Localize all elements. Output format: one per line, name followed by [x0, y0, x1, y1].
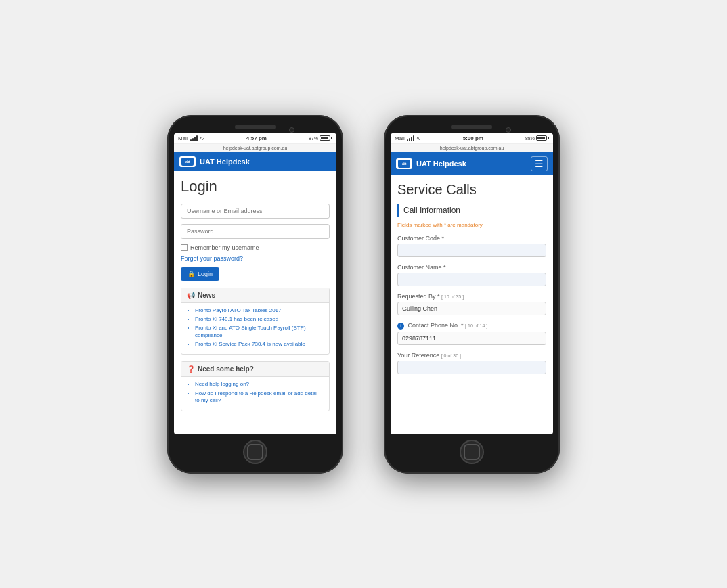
- service-calls-content: Service Calls Call Information Fields ma…: [391, 175, 553, 434]
- phone-right: Mail ∿ 5:00 pm 88% helpdesk-uat.abtgroup…: [384, 115, 560, 474]
- signal-icon-right: [407, 135, 414, 141]
- requested-by-input[interactable]: [397, 302, 546, 315]
- navbar-right: abt UAT Helpdesk ☰: [391, 152, 553, 175]
- phone-screen-right: Mail ∿ 5:00 pm 88% helpdesk-uat.abtgroup…: [391, 133, 553, 434]
- customer-code-label: Customer Code *: [397, 235, 546, 242]
- status-left-right: Mail ∿: [395, 135, 421, 141]
- list-item[interactable]: Pronto Payroll ATO Tax Tables 2017: [195, 307, 324, 314]
- info-icon: i: [397, 323, 404, 330]
- call-info-label-text: Call Information: [403, 206, 460, 215]
- wifi-icon-left: ∿: [200, 135, 204, 141]
- your-reference-group: Your Reference [ 0 of 30 ]: [397, 352, 546, 374]
- help-title: Need some help?: [198, 365, 254, 373]
- time-left: 4:57 pm: [246, 135, 267, 141]
- logo-right: abt: [396, 158, 412, 169]
- customer-name-input[interactable]: [397, 273, 546, 286]
- hamburger-menu-button[interactable]: ☰: [531, 156, 548, 171]
- contact-phone-input[interactable]: [397, 332, 546, 345]
- remember-checkbox[interactable]: [181, 244, 188, 251]
- help-header: ❓ Need some help?: [181, 362, 329, 377]
- battery-icon-left: [320, 135, 332, 141]
- requested-by-label: Requested By * [ 10 of 35 ]: [397, 293, 546, 300]
- lock-icon: 🔒: [188, 271, 195, 277]
- home-button-inner-left: [247, 444, 263, 460]
- list-item[interactable]: How do I respond to a Helpdesk email or …: [195, 390, 324, 405]
- phone-camera-right: [506, 127, 511, 133]
- customer-name-group: Customer Name *: [397, 264, 546, 286]
- battery-percent-left: 87%: [309, 136, 318, 141]
- call-info-label: Call Information: [397, 204, 546, 217]
- status-right-left: 87%: [309, 135, 332, 141]
- customer-code-input[interactable]: [397, 244, 546, 257]
- list-item[interactable]: Pronto Xi 740.1 has been released: [195, 316, 324, 323]
- nav-title-left: UAT Helpdesk: [200, 158, 250, 166]
- service-calls-title: Service Calls: [397, 182, 546, 198]
- remember-label: Remember my username: [190, 244, 259, 251]
- question-icon: ❓: [187, 365, 195, 373]
- battery-icon-right: [536, 135, 549, 141]
- your-reference-input[interactable]: [397, 361, 546, 374]
- username-input[interactable]: [181, 204, 330, 219]
- phone-camera-left: [289, 127, 294, 133]
- mandatory-note: Fields marked with * are mandatory.: [397, 222, 546, 228]
- home-button-left[interactable]: [243, 440, 267, 464]
- phone-left: Mail ∿ 4:57 pm 87% helpdesk-uat.abtgroup…: [167, 115, 343, 474]
- login-button[interactable]: 🔒 Login: [181, 267, 219, 281]
- customer-name-label: Customer Name *: [397, 264, 546, 271]
- forgot-password-link[interactable]: Forgot your password?: [181, 255, 330, 262]
- megaphone-icon: 📢: [187, 292, 195, 299]
- list-item[interactable]: Need help logging on?: [195, 381, 324, 388]
- news-title: News: [198, 292, 215, 299]
- login-btn-label: Login: [198, 271, 213, 277]
- news-list: Pronto Payroll ATO Tax Tables 2017 Pront…: [187, 307, 324, 348]
- help-body: Need help logging on? How do I respond t…: [181, 377, 329, 410]
- login-title: Login: [181, 178, 330, 196]
- mail-label-right: Mail: [395, 135, 405, 141]
- help-list: Need help logging on? How do I respond t…: [187, 381, 324, 404]
- phone-speaker-left: [235, 125, 276, 129]
- logo-inner-left: abt: [181, 158, 194, 166]
- your-reference-label: Your Reference [ 0 of 30 ]: [397, 352, 546, 359]
- list-item[interactable]: Pronto Xi and ATO Single Touch Payroll (…: [195, 325, 324, 339]
- list-item[interactable]: Pronto Xi Service Pack 730.4 is now avai…: [195, 341, 324, 348]
- contact-phone-label: i Contact Phone No. * [ 10 of 14 ]: [397, 322, 546, 330]
- logo-inner-right: abt: [398, 160, 410, 168]
- news-header: 📢 News: [181, 288, 329, 303]
- time-right: 5:00 pm: [463, 135, 483, 141]
- contact-phone-group: i Contact Phone No. * [ 10 of 14 ]: [397, 322, 546, 345]
- password-input[interactable]: [181, 224, 330, 239]
- logo-left: abt: [179, 156, 196, 167]
- phone-screen-left: Mail ∿ 4:57 pm 87% helpdesk-uat.abtgroup…: [174, 133, 336, 434]
- url-bar-left: helpdesk-uat.abtgroup.com.au: [174, 144, 336, 152]
- home-button-right[interactable]: [460, 440, 484, 464]
- status-bar-left: Mail ∿ 4:57 pm 87%: [174, 133, 336, 144]
- battery-percent-right: 88%: [525, 136, 535, 141]
- status-bar-right: Mail ∿ 5:00 pm 88%: [391, 133, 553, 144]
- mail-label-left: Mail: [178, 135, 188, 141]
- url-bar-right: helpdesk-uat.abtgroup.com.au: [391, 144, 553, 152]
- help-section: ❓ Need some help? Need help logging on? …: [181, 361, 330, 411]
- requested-by-group: Requested By * [ 10 of 35 ]: [397, 293, 546, 315]
- customer-code-group: Customer Code *: [397, 235, 546, 257]
- status-left-left: Mail ∿: [178, 135, 204, 141]
- username-group: [181, 204, 330, 219]
- status-right-right: 88%: [525, 135, 549, 141]
- signal-icon-left: [190, 135, 198, 141]
- navbar-left: abt UAT Helpdesk: [174, 152, 336, 171]
- password-group: [181, 224, 330, 239]
- wifi-icon-right: ∿: [416, 135, 421, 141]
- nav-title-right: UAT Helpdesk: [416, 160, 466, 168]
- section-bar-indicator: [397, 204, 399, 217]
- login-content: Login Remember my username Forgot your p…: [174, 171, 336, 434]
- phone-speaker-right: [451, 125, 492, 129]
- news-body: Pronto Payroll ATO Tax Tables 2017 Pront…: [181, 303, 329, 355]
- remember-me-row: Remember my username: [181, 244, 330, 251]
- home-button-inner-right: [464, 444, 480, 460]
- news-section: 📢 News Pronto Payroll ATO Tax Tables 201…: [181, 288, 330, 355]
